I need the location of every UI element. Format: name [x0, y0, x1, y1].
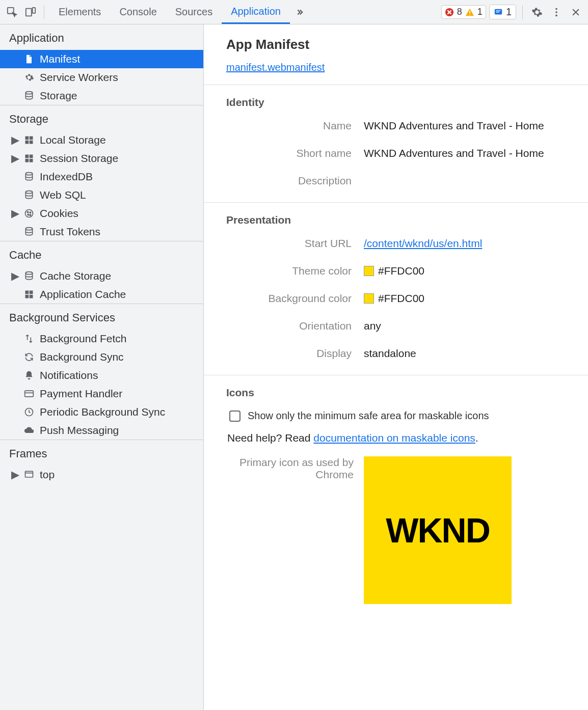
sidebar-section-cache: Cache [0, 241, 203, 267]
svg-point-25 [30, 212, 31, 213]
sidebar-item-background-fetch[interactable]: Background Fetch [0, 330, 203, 348]
theme-color-value: #FFDC00 [364, 265, 424, 277]
sidebar-item-notifications[interactable]: Notifications [0, 366, 203, 385]
sidebar-item-application-cache[interactable]: Application Cache [0, 285, 203, 304]
background-color-swatch [364, 293, 374, 304]
svg-point-22 [25, 191, 32, 194]
theme-color-swatch [364, 266, 374, 276]
database-icon [23, 90, 35, 101]
inspect-element-icon[interactable] [4, 4, 20, 20]
name-value: WKND Adventures and Travel - Home [364, 120, 544, 132]
more-menu-icon[interactable] [548, 4, 565, 20]
sidebar-item-label: Session Storage [40, 152, 118, 165]
device-toggle-icon[interactable] [22, 4, 39, 20]
start-url-link[interactable]: /content/wknd/us/en.html [364, 237, 482, 249]
sidebar-item-periodic-background-sync[interactable]: Periodic Background Sync [0, 403, 203, 421]
issue-count: 1 [506, 6, 512, 18]
maskable-checkbox[interactable] [229, 411, 240, 422]
orientation-value: any [364, 320, 381, 332]
name-label: Name [226, 120, 354, 132]
maskable-docs-link[interactable]: documentation on maskable icons [313, 432, 475, 444]
sidebar-item-cache-storage[interactable]: ▶ Cache Storage [0, 267, 203, 285]
tab-application[interactable]: Application [222, 0, 290, 24]
sidebar-item-storage[interactable]: Storage [0, 87, 203, 105]
sidebar-item-label: top [40, 469, 55, 481]
primary-icon-preview: WKND [364, 456, 512, 604]
sidebar-item-cookies[interactable]: ▶ Cookies [0, 204, 203, 223]
tab-elements[interactable]: Elements [49, 0, 110, 24]
warning-icon [465, 8, 474, 17]
sidebar-item-trust-tokens[interactable]: Trust Tokens [0, 223, 203, 241]
sidebar-item-label: Periodic Background Sync [40, 406, 165, 418]
svg-rect-17 [25, 155, 29, 158]
sidebar-item-manifest[interactable]: Manifest [0, 50, 203, 68]
display-label: Display [226, 347, 354, 360]
sidebar-item-label: Web SQL [40, 189, 86, 201]
sidebar-item-background-sync[interactable]: Background Sync [0, 348, 203, 366]
svg-rect-1 [26, 8, 32, 16]
chevron-right-icon: ▶ [12, 270, 18, 282]
sidebar-item-label: Application Cache [40, 288, 126, 301]
svg-rect-2 [33, 7, 35, 13]
primary-icon-label: Primary icon as used by Chrome [226, 456, 354, 481]
svg-rect-32 [25, 295, 29, 298]
grid-icon [23, 153, 35, 164]
grid-icon [23, 289, 35, 300]
svg-point-27 [30, 214, 31, 216]
sidebar-item-label: IndexedDB [40, 171, 93, 183]
tab-console[interactable]: Console [110, 0, 166, 24]
identity-heading: Identity [226, 96, 573, 108]
toolbar-divider [44, 5, 44, 19]
chevron-right-icon: ▶ [12, 207, 18, 220]
issues-badge[interactable]: 1 [489, 5, 516, 19]
svg-point-29 [25, 272, 32, 275]
sidebar-item-session-storage[interactable]: ▶ Session Storage [0, 149, 203, 168]
svg-rect-18 [30, 155, 33, 158]
svg-rect-13 [25, 136, 29, 140]
sidebar-item-service-workers[interactable]: Service Workers [0, 68, 203, 87]
settings-icon[interactable] [529, 4, 545, 20]
devtools-tabs: Elements Console Sources Application [49, 0, 309, 24]
svg-rect-19 [25, 159, 29, 162]
svg-point-28 [25, 228, 32, 230]
page-title: App Manifest [226, 37, 573, 52]
sidebar-item-top-frame[interactable]: ▶ top [0, 466, 203, 484]
tab-sources[interactable]: Sources [166, 0, 222, 24]
svg-point-24 [27, 211, 29, 213]
sidebar-item-indexeddb[interactable]: IndexedDB [0, 168, 203, 186]
svg-rect-16 [30, 141, 33, 144]
svg-rect-20 [30, 159, 33, 162]
database-icon [23, 189, 35, 201]
chevron-right-icon: ▶ [12, 469, 18, 481]
svg-rect-34 [25, 391, 34, 397]
sidebar-item-local-storage[interactable]: ▶ Local Storage [0, 131, 203, 149]
cloud-icon [23, 425, 35, 436]
sidebar-item-label: Push Messaging [40, 424, 119, 436]
presentation-heading: Presentation [226, 214, 573, 226]
svg-point-11 [555, 14, 557, 16]
sidebar-item-payment-handler[interactable]: Payment Handler [0, 385, 203, 403]
console-alerts-badge[interactable]: 8 1 [441, 5, 486, 19]
sidebar-item-label: Background Sync [40, 351, 124, 363]
database-icon [23, 226, 35, 237]
svg-rect-15 [25, 141, 29, 144]
sidebar-item-label: Cookies [40, 207, 78, 220]
cookie-icon [23, 208, 35, 219]
sidebar-item-label: Background Fetch [40, 333, 126, 345]
sync-icon [23, 351, 35, 363]
manifest-filename-link[interactable]: manifest.webmanifest [226, 62, 325, 73]
toolbar-divider [522, 5, 523, 19]
sidebar-item-label: Service Workers [40, 71, 118, 84]
close-icon[interactable] [568, 4, 584, 20]
svg-point-26 [28, 214, 29, 215]
sidebar-item-websql[interactable]: Web SQL [0, 186, 203, 204]
bell-icon [23, 370, 35, 381]
sidebar-item-push-messaging[interactable]: Push Messaging [0, 421, 203, 440]
tab-more[interactable] [290, 0, 309, 24]
svg-rect-30 [25, 291, 29, 294]
svg-point-21 [25, 173, 32, 175]
database-icon [23, 171, 35, 182]
sidebar-item-label: Payment Handler [40, 388, 122, 400]
issue-icon [494, 8, 503, 17]
svg-point-12 [25, 92, 32, 94]
